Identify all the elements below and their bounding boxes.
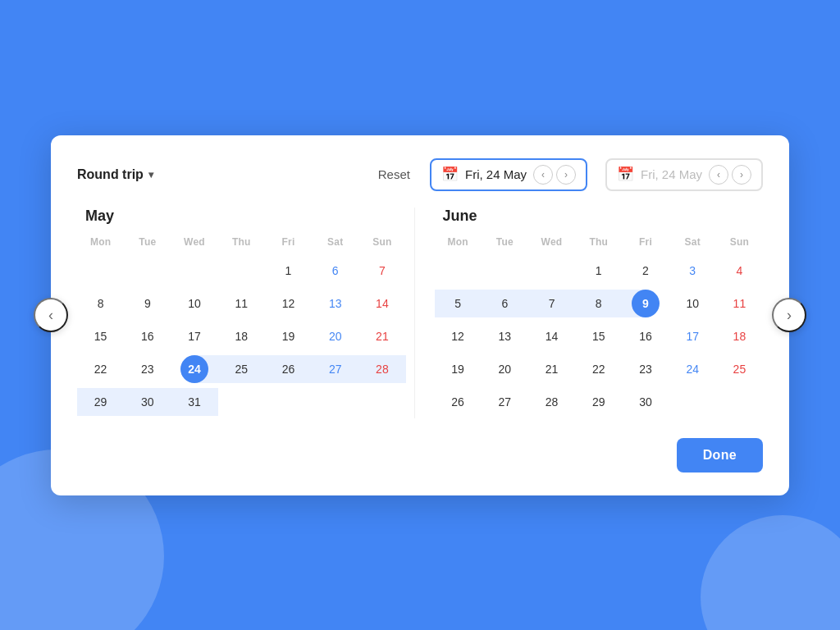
table-row[interactable]: 28 (358, 353, 405, 386)
calendar-day: 23 (134, 355, 162, 383)
calendar-day: 16 (134, 322, 162, 350)
table-row[interactable]: 29 (575, 386, 622, 418)
june-calendar: June MonTueWedThuFriSatSun12345678910111… (414, 208, 764, 418)
table-row[interactable]: 15 (575, 320, 622, 353)
table-row[interactable]: 22 (77, 353, 124, 386)
calendar-day: 1 (274, 257, 302, 285)
table-row[interactable]: 3 (669, 254, 716, 287)
calendar-day: 15 (585, 322, 613, 350)
table-row[interactable]: 11 (716, 287, 763, 320)
weekday-header: Fri (265, 233, 312, 254)
table-row[interactable]: 5 (435, 287, 482, 320)
table-row[interactable]: 27 (482, 386, 528, 418)
calendar-day: 5 (444, 290, 472, 317)
header-row: Round trip ▾ Reset 📅 Fri, 24 May ‹ › 📅 F… (77, 158, 763, 191)
calendar-day: 30 (134, 388, 162, 416)
round-trip-button[interactable]: Round trip ▾ (77, 167, 153, 182)
table-row[interactable]: 31 (171, 386, 217, 418)
table-row[interactable]: 18 (218, 320, 265, 353)
calendar-day: 24 (180, 355, 208, 383)
table-row[interactable]: 11 (218, 287, 265, 320)
table-row[interactable]: 26 (265, 353, 312, 386)
date2-next-button[interactable]: › (732, 165, 751, 185)
table-row[interactable]: 14 (358, 287, 405, 320)
table-row[interactable]: 18 (716, 320, 763, 353)
table-row (528, 254, 575, 287)
table-row[interactable]: 1 (265, 254, 312, 287)
calendar-day: 18 (725, 322, 753, 350)
table-row[interactable]: 19 (435, 353, 482, 386)
table-row[interactable]: 28 (528, 386, 575, 418)
table-row[interactable]: 12 (435, 320, 482, 353)
reset-button[interactable]: Reset (378, 167, 410, 181)
weekday-header: Sun (358, 233, 405, 254)
table-row[interactable]: 27 (312, 353, 358, 386)
table-row[interactable]: 2 (622, 254, 669, 287)
table-row[interactable]: 13 (482, 320, 528, 353)
calendar-day: 14 (368, 290, 396, 317)
table-row[interactable]: 17 (171, 320, 217, 353)
table-row[interactable]: 30 (622, 386, 669, 418)
table-row[interactable]: 24 (171, 353, 217, 386)
table-row[interactable]: 16 (622, 320, 669, 353)
table-row[interactable]: 1 (575, 254, 622, 287)
calendars-container: May MonTueWedThuFriSatSun167891011121314… (77, 208, 763, 418)
table-row[interactable]: 13 (312, 287, 358, 320)
table-row[interactable]: 15 (77, 320, 124, 353)
table-row[interactable]: 9 (124, 287, 171, 320)
may-calendar: May MonTueWedThuFriSatSun167891011121314… (77, 208, 414, 418)
table-row (218, 386, 265, 418)
table-row[interactable]: 6 (482, 287, 528, 320)
calendar-day: 24 (678, 355, 706, 383)
next-month-button[interactable]: › (772, 298, 806, 332)
calendar-day: 9 (134, 290, 162, 317)
table-row[interactable]: 10 (171, 287, 217, 320)
table-row[interactable]: 4 (716, 254, 763, 287)
calendar-day: 9 (632, 290, 660, 317)
table-row (265, 386, 312, 418)
table-row[interactable]: 6 (312, 254, 358, 287)
table-row[interactable]: 9 (622, 287, 669, 320)
table-row[interactable]: 26 (435, 386, 482, 418)
table-row[interactable]: 24 (669, 353, 716, 386)
table-row[interactable]: 7 (358, 254, 405, 287)
calendar-day: 3 (678, 257, 706, 285)
date1-prev-button[interactable]: ‹ (533, 165, 553, 185)
table-row[interactable]: 16 (124, 320, 171, 353)
table-row[interactable]: 21 (528, 353, 575, 386)
date1-next-button[interactable]: › (556, 165, 576, 185)
table-row[interactable]: 7 (528, 287, 575, 320)
calendar-day: 10 (678, 290, 706, 317)
calendar-day: 20 (322, 322, 349, 350)
calendar-day: 17 (678, 322, 706, 350)
table-row[interactable]: 12 (265, 287, 312, 320)
table-row[interactable]: 29 (77, 386, 124, 418)
calendar-day: 19 (444, 355, 472, 383)
table-row[interactable]: 20 (312, 320, 358, 353)
departure-date-picker[interactable]: 📅 Fri, 24 May ‹ › (430, 158, 587, 191)
departure-date-text: Fri, 24 May (465, 167, 527, 181)
table-row[interactable]: 25 (218, 353, 265, 386)
table-row[interactable]: 8 (77, 287, 124, 320)
table-row[interactable]: 19 (265, 320, 312, 353)
table-row[interactable]: 21 (358, 320, 405, 353)
table-row[interactable]: 22 (575, 353, 622, 386)
table-row[interactable]: 25 (716, 353, 763, 386)
weekday-header: Thu (218, 233, 265, 254)
table-row[interactable]: 8 (575, 287, 622, 320)
table-row[interactable]: 23 (124, 353, 171, 386)
date2-prev-button[interactable]: ‹ (709, 165, 728, 185)
prev-month-button[interactable]: ‹ (34, 298, 68, 332)
table-row[interactable]: 23 (622, 353, 669, 386)
weekday-header: Sat (312, 233, 358, 254)
table-row[interactable]: 14 (528, 320, 575, 353)
calendar-day: 19 (274, 322, 302, 350)
done-button[interactable]: Done (677, 438, 763, 472)
table-row[interactable]: 17 (669, 320, 716, 353)
table-row[interactable]: 30 (124, 386, 171, 418)
table-row[interactable]: 10 (669, 287, 716, 320)
calendar-day: 25 (227, 355, 255, 383)
return-date-picker[interactable]: 📅 Fri, 24 May ‹ › (605, 158, 763, 191)
calendar-day: 30 (632, 388, 660, 416)
table-row[interactable]: 20 (482, 353, 528, 386)
